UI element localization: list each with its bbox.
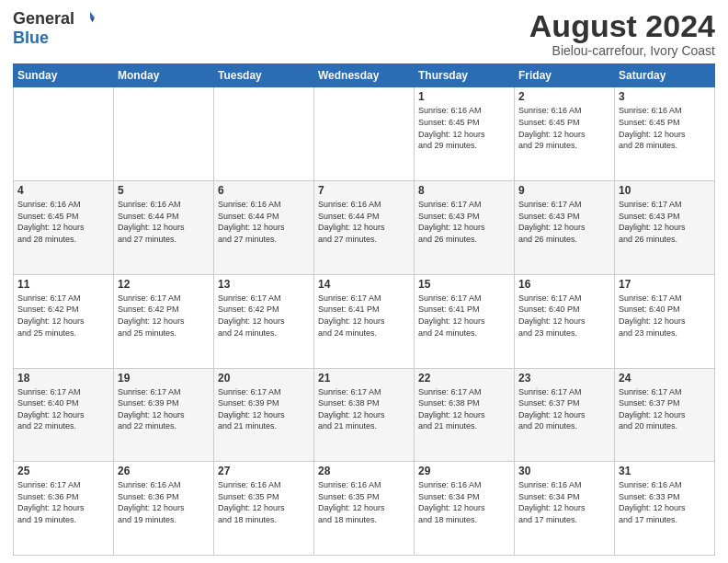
calendar-cell: 16Sunrise: 6:17 AM Sunset: 6:40 PM Dayli… (515, 274, 615, 368)
calendar-cell (314, 87, 415, 181)
calendar-cell: 11Sunrise: 6:17 AM Sunset: 6:42 PM Dayli… (14, 274, 114, 368)
calendar-header-sunday: Sunday (14, 64, 114, 87)
day-number: 9 (518, 184, 610, 197)
day-info: Sunrise: 6:17 AM Sunset: 6:40 PM Dayligh… (619, 293, 711, 339)
calendar-cell: 28Sunrise: 6:16 AM Sunset: 6:35 PM Dayli… (314, 462, 415, 556)
day-number: 7 (318, 184, 410, 197)
calendar-header-wednesday: Wednesday (314, 64, 415, 87)
day-info: Sunrise: 6:17 AM Sunset: 6:40 PM Dayligh… (518, 293, 610, 339)
day-number: 20 (218, 372, 310, 385)
day-info: Sunrise: 6:16 AM Sunset: 6:45 PM Dayligh… (518, 105, 610, 151)
day-info: Sunrise: 6:17 AM Sunset: 6:41 PM Dayligh… (418, 293, 510, 339)
day-info: Sunrise: 6:17 AM Sunset: 6:42 PM Dayligh… (218, 293, 310, 339)
day-info: Sunrise: 6:16 AM Sunset: 6:34 PM Dayligh… (518, 479, 610, 525)
day-number: 16 (518, 278, 610, 291)
day-number: 25 (17, 465, 109, 477)
calendar-header-tuesday: Tuesday (214, 64, 314, 87)
calendar-cell: 9Sunrise: 6:17 AM Sunset: 6:43 PM Daylig… (515, 181, 615, 275)
calendar-cell: 8Sunrise: 6:17 AM Sunset: 6:43 PM Daylig… (415, 181, 515, 275)
logo-icon (76, 10, 95, 29)
logo: General Blue (13, 9, 95, 48)
day-info: Sunrise: 6:17 AM Sunset: 6:43 PM Dayligh… (518, 199, 610, 245)
day-info: Sunrise: 6:17 AM Sunset: 6:39 PM Dayligh… (118, 386, 210, 432)
calendar-cell: 24Sunrise: 6:17 AM Sunset: 6:37 PM Dayli… (615, 368, 715, 462)
day-number: 12 (118, 278, 210, 291)
calendar-cell: 27Sunrise: 6:16 AM Sunset: 6:35 PM Dayli… (214, 462, 314, 556)
header: General Blue August 2024 Bielou-carrefou… (13, 9, 715, 58)
calendar-week-row: 18Sunrise: 6:17 AM Sunset: 6:40 PM Dayli… (14, 368, 715, 462)
calendar-cell: 30Sunrise: 6:16 AM Sunset: 6:34 PM Dayli… (515, 462, 615, 556)
day-number: 21 (318, 372, 410, 385)
calendar-cell: 31Sunrise: 6:16 AM Sunset: 6:33 PM Dayli… (615, 462, 715, 556)
calendar-week-row: 25Sunrise: 6:17 AM Sunset: 6:36 PM Dayli… (14, 462, 715, 556)
calendar-cell: 12Sunrise: 6:17 AM Sunset: 6:42 PM Dayli… (114, 274, 214, 368)
calendar-cell: 22Sunrise: 6:17 AM Sunset: 6:38 PM Dayli… (415, 368, 515, 462)
logo-blue-text: Blue (13, 29, 49, 48)
day-info: Sunrise: 6:16 AM Sunset: 6:44 PM Dayligh… (118, 199, 210, 245)
day-number: 14 (318, 278, 410, 291)
day-info: Sunrise: 6:17 AM Sunset: 6:37 PM Dayligh… (518, 386, 610, 432)
calendar-cell: 1Sunrise: 6:16 AM Sunset: 6:45 PM Daylig… (415, 87, 515, 181)
day-info: Sunrise: 6:17 AM Sunset: 6:36 PM Dayligh… (17, 479, 109, 525)
day-info: Sunrise: 6:16 AM Sunset: 6:44 PM Dayligh… (218, 199, 310, 245)
calendar-cell: 13Sunrise: 6:17 AM Sunset: 6:42 PM Dayli… (214, 274, 314, 368)
calendar-cell: 26Sunrise: 6:16 AM Sunset: 6:36 PM Dayli… (114, 462, 214, 556)
day-number: 31 (619, 465, 711, 477)
day-number: 29 (418, 465, 510, 477)
calendar-cell: 3Sunrise: 6:16 AM Sunset: 6:45 PM Daylig… (615, 87, 715, 181)
day-info: Sunrise: 6:17 AM Sunset: 6:38 PM Dayligh… (318, 386, 410, 432)
calendar-cell: 7Sunrise: 6:16 AM Sunset: 6:44 PM Daylig… (314, 181, 415, 275)
calendar-cell: 29Sunrise: 6:16 AM Sunset: 6:34 PM Dayli… (415, 462, 515, 556)
calendar-cell: 4Sunrise: 6:16 AM Sunset: 6:45 PM Daylig… (14, 181, 114, 275)
day-number: 18 (17, 372, 109, 385)
calendar-header-friday: Friday (515, 64, 615, 87)
day-number: 26 (118, 465, 210, 477)
day-number: 24 (619, 372, 711, 385)
day-info: Sunrise: 6:16 AM Sunset: 6:45 PM Dayligh… (619, 105, 711, 151)
day-info: Sunrise: 6:17 AM Sunset: 6:42 PM Dayligh… (118, 293, 210, 339)
calendar-cell: 14Sunrise: 6:17 AM Sunset: 6:41 PM Dayli… (314, 274, 415, 368)
day-number: 2 (518, 90, 610, 103)
day-number: 30 (518, 465, 610, 477)
calendar-cell (114, 87, 214, 181)
calendar-week-row: 4Sunrise: 6:16 AM Sunset: 6:45 PM Daylig… (14, 181, 715, 275)
calendar-cell: 17Sunrise: 6:17 AM Sunset: 6:40 PM Dayli… (615, 274, 715, 368)
calendar-header-thursday: Thursday (415, 64, 515, 87)
calendar-cell: 18Sunrise: 6:17 AM Sunset: 6:40 PM Dayli… (14, 368, 114, 462)
calendar-cell: 20Sunrise: 6:17 AM Sunset: 6:39 PM Dayli… (214, 368, 314, 462)
day-number: 5 (118, 184, 210, 197)
day-number: 22 (418, 372, 510, 385)
day-info: Sunrise: 6:17 AM Sunset: 6:43 PM Dayligh… (418, 199, 510, 245)
day-info: Sunrise: 6:17 AM Sunset: 6:40 PM Dayligh… (17, 386, 109, 432)
day-number: 17 (619, 278, 711, 291)
calendar-header-monday: Monday (114, 64, 214, 87)
day-number: 10 (619, 184, 711, 197)
day-number: 15 (418, 278, 510, 291)
calendar-cell: 2Sunrise: 6:16 AM Sunset: 6:45 PM Daylig… (515, 87, 615, 181)
svg-marker-1 (90, 17, 95, 22)
day-number: 13 (218, 278, 310, 291)
day-number: 6 (218, 184, 310, 197)
location: Bielou-carrefour, Ivory Coast (529, 43, 715, 58)
title-block: August 2024 Bielou-carrefour, Ivory Coas… (529, 9, 715, 58)
calendar-header-saturday: Saturday (615, 64, 715, 87)
calendar-cell: 5Sunrise: 6:16 AM Sunset: 6:44 PM Daylig… (114, 181, 214, 275)
day-info: Sunrise: 6:16 AM Sunset: 6:36 PM Dayligh… (118, 479, 210, 525)
page: General Blue August 2024 Bielou-carrefou… (0, 0, 728, 563)
day-info: Sunrise: 6:16 AM Sunset: 6:45 PM Dayligh… (17, 199, 109, 245)
day-info: Sunrise: 6:17 AM Sunset: 6:39 PM Dayligh… (218, 386, 310, 432)
calendar-cell (214, 87, 314, 181)
calendar-header-row: SundayMondayTuesdayWednesdayThursdayFrid… (14, 64, 715, 87)
day-info: Sunrise: 6:17 AM Sunset: 6:38 PM Dayligh… (418, 386, 510, 432)
day-info: Sunrise: 6:16 AM Sunset: 6:45 PM Dayligh… (418, 105, 510, 151)
logo-general-text: General (13, 9, 74, 29)
calendar-cell: 23Sunrise: 6:17 AM Sunset: 6:37 PM Dayli… (515, 368, 615, 462)
calendar-week-row: 11Sunrise: 6:17 AM Sunset: 6:42 PM Dayli… (14, 274, 715, 368)
calendar-cell: 19Sunrise: 6:17 AM Sunset: 6:39 PM Dayli… (114, 368, 214, 462)
day-info: Sunrise: 6:17 AM Sunset: 6:42 PM Dayligh… (17, 293, 109, 339)
day-info: Sunrise: 6:17 AM Sunset: 6:37 PM Dayligh… (619, 386, 711, 432)
calendar-cell: 10Sunrise: 6:17 AM Sunset: 6:43 PM Dayli… (615, 181, 715, 275)
svg-marker-0 (90, 11, 95, 17)
day-info: Sunrise: 6:16 AM Sunset: 6:35 PM Dayligh… (218, 479, 310, 525)
day-number: 1 (418, 90, 510, 103)
